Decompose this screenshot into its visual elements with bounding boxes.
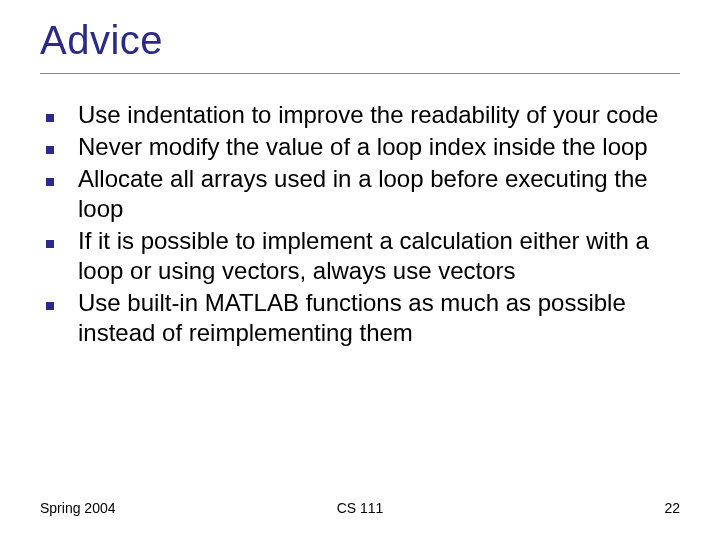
square-bullet-icon (46, 302, 54, 310)
list-item: Use built-in MATLAB functions as much as… (46, 288, 680, 348)
footer-right: 22 (467, 500, 680, 516)
list-item: Use indentation to improve the readabili… (46, 100, 680, 130)
list-item: If it is possible to implement a calcula… (46, 226, 680, 286)
footer-left: Spring 2004 (40, 500, 253, 516)
bullet-text: If it is possible to implement a calcula… (78, 226, 680, 286)
square-bullet-icon (46, 146, 54, 154)
square-bullet-icon (46, 114, 54, 122)
bullet-text: Never modify the value of a loop index i… (78, 132, 648, 162)
title-underline (40, 73, 680, 74)
bullet-text: Allocate all arrays used in a loop befor… (78, 164, 680, 224)
slide: Advice Use indentation to improve the re… (0, 0, 720, 540)
square-bullet-icon (46, 178, 54, 186)
slide-footer: Spring 2004 CS 111 22 (0, 500, 720, 516)
bullet-text: Use indentation to improve the readabili… (78, 100, 658, 130)
bullet-text: Use built-in MATLAB functions as much as… (78, 288, 680, 348)
footer-center: CS 111 (253, 500, 466, 516)
bullet-list: Use indentation to improve the readabili… (40, 100, 680, 348)
square-bullet-icon (46, 240, 54, 248)
list-item: Allocate all arrays used in a loop befor… (46, 164, 680, 224)
slide-title: Advice (40, 18, 680, 63)
list-item: Never modify the value of a loop index i… (46, 132, 680, 162)
